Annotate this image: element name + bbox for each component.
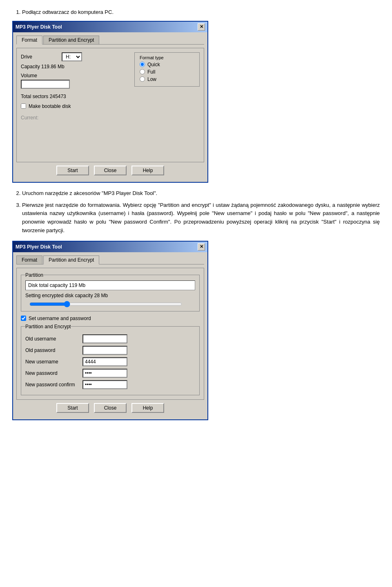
close-icon[interactable]: ✕: [198, 23, 205, 31]
format-type-box: Format type Quick Full Low: [126, 52, 200, 121]
new-password-input[interactable]: [82, 369, 127, 378]
dialog1-title: MP3 Plyer Disk Tool: [16, 24, 62, 30]
radio-low: Low: [140, 76, 194, 82]
tab-format-2[interactable]: Format: [16, 255, 42, 264]
volume-label: Volume: [21, 73, 70, 78]
dialog1: MP3 Plyer Disk Tool ✕ Format Partition a…: [12, 21, 208, 183]
radio-quick-label: Quick: [147, 62, 160, 67]
old-password-label: Old password: [25, 347, 82, 353]
new-password-confirm-row: New password confirm: [25, 380, 195, 389]
make-bootable-checkbox[interactable]: [21, 103, 26, 109]
old-username-label: Old username: [25, 336, 82, 342]
partition-encrypt-legend: Partition and Encrypt: [25, 324, 71, 329]
capacity-slider[interactable]: [29, 301, 182, 307]
radio-full-input[interactable]: [140, 69, 145, 74]
setting-encrypted: Setting encrypted disk capacity 28 Mb: [25, 293, 195, 298]
drive-row: Drive H:: [21, 52, 118, 61]
dialog2: MP3 Plyer Disk Tool ✕ Format Partition a…: [12, 241, 208, 420]
help-button-1[interactable]: Help: [131, 166, 164, 175]
tab-partition-encrypt-2[interactable]: Partition and Encrypt: [43, 255, 99, 264]
drive-label: Drive: [21, 54, 62, 60]
volume-row: Volume: [21, 73, 118, 89]
tab-bar-1: Format Partition and Encrypt: [16, 36, 204, 45]
old-password-row: Old password: [25, 346, 195, 355]
new-username-row: New username: [25, 357, 195, 366]
tab-bar-2: Format Partition and Encrypt: [16, 255, 204, 264]
dialog2-title: MP3 Plyer Disk Tool: [16, 244, 62, 250]
close-button-2[interactable]: Close: [94, 403, 127, 413]
old-username-input[interactable]: [82, 334, 127, 343]
close-button-1[interactable]: Close: [94, 166, 127, 175]
start-button-1[interactable]: Start: [56, 166, 89, 175]
dialog2-content: Partition Disk total capacity 119 Mb Set…: [16, 268, 204, 400]
step2-text: Uruchom narzędzie z akcesoriów "MP3 Play…: [22, 190, 157, 196]
radio-low-label: Low: [147, 76, 156, 82]
partition-encrypt-fieldset: Partition and Encrypt Old username Old p…: [21, 324, 200, 395]
new-username-input[interactable]: [82, 357, 127, 366]
slider-container: [25, 301, 195, 309]
total-sectors-label: Total sectors 245473: [21, 94, 118, 99]
set-username-label: Set username and password: [29, 316, 91, 321]
dialog2-footer: Start Close Help: [16, 400, 204, 416]
start-button-2[interactable]: Start: [56, 403, 89, 413]
dialog1-footer: Start Close Help: [16, 162, 204, 179]
disk-total-capacity-text: Disk total capacity 119 Mb: [28, 282, 85, 288]
set-username-checkbox[interactable]: [21, 316, 26, 321]
new-password-label: New password: [25, 370, 82, 376]
radio-quick: Quick: [140, 62, 194, 67]
radio-full: Full: [140, 69, 194, 75]
new-password-confirm-input[interactable]: [82, 380, 127, 389]
partition-legend: Partition: [25, 272, 43, 278]
radio-low-input[interactable]: [140, 76, 145, 82]
drive-select[interactable]: H:: [62, 52, 82, 61]
partition-fieldset: Partition Disk total capacity 119 Mb Set…: [21, 272, 200, 311]
set-username-row: Set username and password: [21, 316, 200, 321]
new-username-label: New username: [25, 359, 82, 365]
step3-text: Pierwsze jest narzędzie do formatowania.…: [22, 201, 380, 235]
current-label: Current:: [21, 115, 118, 121]
step1-text: Podłącz odtwarzacz do komputera PC.: [22, 9, 114, 15]
new-password-row: New password: [25, 369, 195, 378]
close-icon-2[interactable]: ✕: [198, 243, 205, 251]
volume-input[interactable]: [21, 80, 70, 89]
disk-total-capacity: Disk total capacity 119 Mb: [25, 280, 195, 290]
new-password-confirm-label: New password confirm: [25, 382, 82, 388]
format-type-title: Format type: [140, 55, 194, 60]
radio-full-label: Full: [147, 69, 155, 75]
dialog2-titlebar: MP3 Plyer Disk Tool ✕: [13, 242, 207, 252]
help-button-2[interactable]: Help: [131, 403, 164, 413]
capacity-label: Capacity 119.86 Mb: [21, 64, 65, 69]
radio-quick-input[interactable]: [140, 62, 145, 67]
old-username-row: Old username: [25, 334, 195, 343]
old-password-input[interactable]: [82, 346, 127, 355]
capacity-row: Capacity 119.86 Mb: [21, 64, 118, 70]
tab-format-1[interactable]: Format: [16, 36, 42, 45]
total-sectors-row: Total sectors 245473: [21, 94, 118, 99]
make-bootable-label: Make bootable disk: [29, 103, 71, 109]
dialog1-titlebar: MP3 Plyer Disk Tool ✕: [13, 22, 207, 32]
dialog1-content: Drive H: Capacity 119.86 Mb Volume: [16, 48, 204, 162]
bootable-row: Make bootable disk: [21, 103, 118, 109]
tab-partition-encrypt-1[interactable]: Partition and Encrypt: [43, 36, 99, 44]
